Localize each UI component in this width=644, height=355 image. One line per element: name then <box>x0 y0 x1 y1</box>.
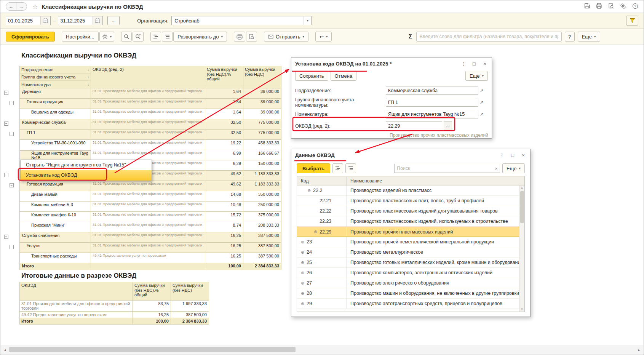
report-cell-okved[interactable]: 31.01 Производство мебели для офисов и п… <box>91 88 205 99</box>
report-cell-okved[interactable]: 31.01 Производство мебели для офисов и п… <box>91 150 205 160</box>
report-row[interactable]: Готовая продукция31.01 Производство мебе… <box>20 99 281 109</box>
report-cell-sum[interactable]: 1 183 333,33 <box>243 171 281 181</box>
report-cell-percent[interactable]: 6,29 <box>205 160 243 171</box>
okved-row[interactable]: ⊕26Производство компьютеров, электронных… <box>297 268 519 278</box>
report-row[interactable]: Готовая продукция31.01 Производство мебе… <box>20 181 281 191</box>
report-cell-okved[interactable]: 31.01 Производство мебели для офисов и п… <box>91 232 205 243</box>
expand-node-icon[interactable]: ⊕ <box>301 270 307 275</box>
scroll-up-icon[interactable]: ▴ <box>521 185 523 190</box>
open-link-icon[interactable]: ↗ <box>480 100 484 105</box>
report-cell-percent[interactable]: 16,25 <box>205 253 243 263</box>
report-cell-name[interactable]: Вешалка для одежды <box>20 109 91 119</box>
scrollbar-thumb[interactable] <box>520 191 524 223</box>
report-cell-sum[interactable]: 39 000,00 <box>243 99 281 109</box>
preview-button[interactable] <box>246 32 257 42</box>
help-button[interactable]: ? <box>565 32 575 42</box>
report-cell-percent[interactable]: 16,25 <box>205 243 243 253</box>
report-row[interactable]: Устройство ТМ-30-1001-09031.01 Производс… <box>20 140 281 150</box>
summary-cell-sum[interactable]: 387 500,00 <box>171 312 209 318</box>
search-button[interactable] <box>121 32 132 42</box>
settings-button[interactable]: Настройки... <box>62 32 99 42</box>
summary-cell-okved[interactable]: 31.01 Производство мебели для офисов и п… <box>20 301 133 312</box>
column-header-okved[interactable]: ОКВЭД (ред. 2) <box>91 66 205 88</box>
report-cell-okved[interactable]: 31.01 Производство мебели для офисов и п… <box>91 222 205 232</box>
summary-cell-percent[interactable]: 100,00 <box>133 318 171 325</box>
report-cell-okved[interactable]: 31.01 Производство мебели для офисов и п… <box>91 181 205 191</box>
undo-button[interactable]: ↩ ▾ <box>315 32 332 42</box>
send-button[interactable]: Отправить ▾ <box>264 32 308 42</box>
report-cell-percent[interactable]: 19,22 <box>205 140 243 150</box>
report-row[interactable]: Комплект мебели Б-331.01 Производство ме… <box>20 201 281 212</box>
calendar-icon[interactable] <box>93 16 102 25</box>
open-link-icon[interactable]: ↗ <box>480 112 484 117</box>
report-cell-sum[interactable]: 387 500,00 <box>243 243 281 253</box>
report-cell-name[interactable]: Итого <box>20 263 91 270</box>
tree-collapse-icon[interactable]: − <box>10 183 14 187</box>
close-icon[interactable]: × <box>482 61 488 66</box>
collapse-groups-button[interactable] <box>150 32 161 42</box>
report-cell-sum[interactable]: 208 333,33 <box>243 222 281 232</box>
summary-cell-okved[interactable]: 49.42 Предоставление услуг по перевозкам <box>20 312 133 318</box>
maximize-icon[interactable]: □ <box>471 61 477 66</box>
report-cell-sum[interactable]: 166 666,67 <box>243 150 281 160</box>
tree-collapse-icon[interactable]: − <box>4 173 8 177</box>
report-cell-name[interactable]: Транспортные расходы <box>20 253 91 263</box>
column-header-hierarchy[interactable]: Подразделение↓ Группа финансового учета↓… <box>20 66 91 88</box>
report-cell-sum[interactable]: 387 500,00 <box>243 253 281 263</box>
okved-row[interactable]: ⊕24Производство металлургическое <box>297 247 519 257</box>
summary-cell-sum[interactable]: 2 384 833,33 <box>171 318 209 325</box>
okved-row[interactable]: ⊕22.29Производство прочих пластмассовых … <box>297 227 519 237</box>
period-variants-button[interactable]: ... <box>107 16 120 25</box>
quick-filter-input[interactable] <box>416 32 562 42</box>
report-cell-percent[interactable]: 32,50 <box>205 119 243 130</box>
okved-row[interactable]: ⊕27Производство электрического оборудова… <box>297 278 519 288</box>
print-preview-icon[interactable] <box>608 3 614 10</box>
expand-node-icon[interactable]: ⊕ <box>301 250 307 255</box>
expand-groups-button[interactable] <box>162 32 173 42</box>
report-row[interactable]: Транспортные расходы49.42 Предоставление… <box>20 253 281 263</box>
tree-collapse-icon[interactable]: − <box>10 132 14 136</box>
link-icon[interactable] <box>620 3 626 10</box>
expand-node-icon[interactable]: ⊕ <box>314 229 320 234</box>
clear-search-icon[interactable]: × <box>493 166 500 171</box>
column-header-name[interactable]: Наименование <box>347 178 382 184</box>
report-cell-okved[interactable]: 31.01 Производство мебели для офисов и п… <box>91 130 205 140</box>
scrollbar-thumb[interactable] <box>9 347 296 352</box>
report-cell-name[interactable]: Комплект шкафов К-10 <box>20 212 91 222</box>
report-row[interactable]: Служба снабжения31.01 Производство мебел… <box>20 232 281 243</box>
filter-funnel-button[interactable] <box>626 16 638 26</box>
report-cell-sum[interactable]: 250 000,00 <box>243 201 281 212</box>
report-cell-percent[interactable]: 32,50 <box>205 130 243 140</box>
summary-header-percent[interactable]: Сумма выручки (без НДС).% общий <box>133 282 171 301</box>
report-cell-percent[interactable]: 100,00 <box>205 263 243 270</box>
okved-row[interactable]: ⊕23Производство прочей неметаллической м… <box>297 237 519 247</box>
report-cell-okved[interactable]: 31.01 Производство мебели для офисов и п… <box>91 212 205 222</box>
scrollbar-track[interactable] <box>9 347 635 353</box>
expand-node-icon[interactable]: ⊕ <box>301 291 307 296</box>
report-cell-okved[interactable] <box>91 263 205 270</box>
okved-row[interactable]: ⊖22.2Производство изделий из пластмасс <box>297 185 519 196</box>
report-cell-percent[interactable]: 10,48 <box>205 201 243 212</box>
field-input-okved[interactable] <box>386 122 442 130</box>
collapse-tree-button[interactable] <box>332 163 343 173</box>
report-row[interactable]: Комплект шкафов К-1031.01 Производство м… <box>20 212 281 222</box>
report-cell-name[interactable]: Диван малый <box>20 191 91 201</box>
summary-row[interactable]: 31.01 Производство мебели для офисов и п… <box>20 301 209 312</box>
report-row[interactable]: Прихожая "Мини"31.01 Производство мебели… <box>20 222 281 232</box>
report-row[interactable]: Коммерческая служба31.01 Производство ме… <box>20 119 281 130</box>
report-cell-sum[interactable]: 350 000,00 <box>243 191 281 201</box>
report-cell-percent[interactable]: 1,64 <box>205 99 243 109</box>
report-row[interactable]: Ящик для инструментов Tayg №1531.01 Прои… <box>20 150 281 160</box>
report-cell-name[interactable]: Комплект мебели Б-3 <box>20 201 91 212</box>
sort-icon[interactable]: ↓ <box>88 75 89 79</box>
report-cell-percent[interactable]: 8,74 <box>205 222 243 232</box>
report-cell-percent[interactable]: 15,72 <box>205 212 243 222</box>
okved-row[interactable]: ⊕25Производство готовых металлических из… <box>297 257 519 268</box>
report-cell-okved[interactable]: 31.01 Производство мебели для офисов и п… <box>91 140 205 150</box>
expand-node-icon[interactable]: ⊕ <box>301 301 307 306</box>
summary-cell-sum[interactable]: 1 997 333,33 <box>171 301 209 312</box>
print-icon[interactable] <box>596 3 602 10</box>
expand-node-icon[interactable]: ⊕ <box>301 281 307 286</box>
report-cell-okved[interactable]: 31.01 Производство мебели для офисов и п… <box>91 191 205 201</box>
report-cell-sum[interactable]: 375 000,00 <box>243 212 281 222</box>
